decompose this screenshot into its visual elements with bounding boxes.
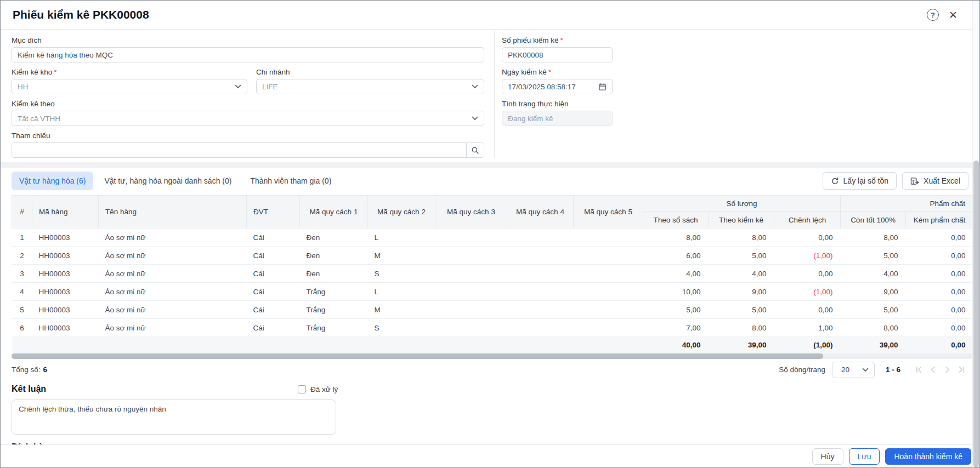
conclusion-textarea[interactable]: Chênh lệch thừa, thiếu chưa rõ nguyên nh… — [12, 399, 336, 435]
tab-items-outside-list[interactable]: Vật tư, hàng hóa ngoài danh sách (0) — [97, 172, 239, 190]
dialog-footer: Hủy Lưu Hoàn thành kiểm kê — [1, 444, 979, 467]
table-cell: 1 — [12, 229, 32, 247]
page-size-select[interactable]: 20 — [832, 362, 875, 378]
reload-stock-button[interactable]: Lấy lại số tồn — [823, 172, 897, 190]
last-page-icon[interactable] — [954, 363, 968, 377]
table-cell: (1,00) — [774, 283, 841, 301]
table-cell: 8,00 — [643, 229, 709, 247]
horizontal-scrollbar[interactable] — [12, 353, 973, 359]
table-cell: 0,00 — [906, 247, 973, 265]
form-section: Mục đích Kiểm kê hàng hóa theo MQC Kiểm … — [1, 30, 979, 162]
table-cell — [435, 301, 507, 319]
tab-items-list[interactable]: Vật tư hàng hóa (6) — [12, 172, 93, 190]
table-cell: 0,00 — [906, 283, 973, 301]
warehouse-select[interactable]: HH — [12, 79, 247, 94]
table-row[interactable]: 6HH00003Áo sơ mi nữCáiTrắngS7,008,001,00… — [12, 319, 973, 337]
search-icon — [471, 146, 479, 155]
horizontal-scrollbar-thumb[interactable] — [12, 353, 823, 359]
chevron-down-icon — [472, 84, 478, 89]
section-divider — [1, 162, 979, 168]
table-cell: 0,00 — [774, 265, 841, 283]
table-row[interactable]: 4HH00003Áo sơ mi nữCáiTrắngL10,009,00(1,… — [12, 283, 973, 301]
status-input: Đang kiểm kê — [502, 111, 613, 126]
table-cell — [300, 337, 368, 353]
first-page-icon[interactable] — [911, 363, 926, 377]
group-quantity: Số lượng — [643, 196, 841, 212]
table-cell — [435, 319, 507, 337]
table-cell: M — [368, 247, 435, 265]
col-spec-2: Mã quy cách 2 — [368, 196, 435, 229]
cancel-button[interactable]: Hủy — [812, 448, 843, 465]
table-cell: L — [368, 283, 435, 301]
table-row[interactable]: 2HH00003Áo sơ mi nữCáiĐenM6,005,00(1,00)… — [12, 247, 973, 265]
tab-participants[interactable]: Thành viên tham gia (0) — [242, 172, 339, 190]
col-counted-qty: Theo kiểm kê — [709, 212, 774, 229]
table-cell — [507, 337, 574, 353]
col-good-100: Còn tốt 100% — [841, 212, 906, 229]
table-cell: HH00003 — [32, 283, 99, 301]
table-cell: 4,00 — [709, 265, 774, 283]
previous-page-icon[interactable] — [926, 363, 940, 377]
vertical-scrollbar[interactable] — [972, 1, 979, 467]
check-by-select[interactable]: Tất cả VTHH — [12, 111, 484, 126]
close-icon[interactable]: ✕ — [949, 10, 958, 20]
complete-inventory-button[interactable]: Hoàn thành kiểm kê — [885, 448, 971, 465]
status-label: Tình trạng thực hiện — [502, 100, 968, 108]
table-cell: Cái — [247, 247, 300, 265]
table-cell: 4 — [12, 283, 32, 301]
refresh-icon — [831, 177, 839, 185]
vertical-scrollbar-thumb[interactable] — [973, 161, 979, 467]
purpose-input[interactable]: Kiểm kê hàng hóa theo MQC — [12, 47, 484, 62]
table-cell: 2 — [12, 247, 32, 265]
table-cell: Áo sơ mi nữ — [99, 283, 247, 301]
inventory-check-dialog: { "colors": { "accent": "#2a6ae4", "nega… — [0, 0, 980, 468]
table-cell: 8,00 — [841, 229, 906, 247]
required-asterisk: * — [54, 68, 56, 76]
reference-label: Tham chiếu — [12, 132, 484, 140]
next-page-icon[interactable] — [940, 363, 954, 377]
calendar-icon[interactable] — [598, 83, 607, 91]
branch-select[interactable]: LIFE — [256, 79, 484, 94]
table-cell: HH00003 — [32, 301, 99, 319]
table-cell: 9,00 — [841, 283, 906, 301]
table-cell: Đen — [300, 265, 368, 283]
processed-checkbox-label: Đã xử lý — [310, 385, 338, 393]
table-cell: (1,00) — [774, 247, 841, 265]
table-cell: 5,00 — [841, 247, 906, 265]
table-cell — [574, 229, 643, 247]
col-spec-1: Mã quy cách 1 — [300, 196, 368, 229]
col-difference: Chênh lệch — [774, 212, 841, 229]
table-row[interactable]: 3HH00003Áo sơ mi nữCáiĐenS4,004,000,004,… — [12, 265, 973, 283]
processed-checkbox[interactable] — [298, 385, 306, 393]
table-cell: 7,00 — [643, 319, 709, 337]
export-excel-button[interactable]: Xuất Excel — [902, 172, 968, 190]
table-cell: 6 — [12, 319, 32, 337]
table-footer: Tổng số: 6 Số dòng/trang 20 1 - 6 — [1, 359, 979, 381]
reference-input[interactable] — [12, 142, 467, 158]
help-icon[interactable]: ? — [927, 9, 939, 21]
table-cell — [574, 337, 643, 353]
chevron-down-icon — [235, 84, 241, 89]
required-asterisk: * — [560, 36, 563, 44]
chevron-down-icon — [472, 116, 478, 121]
table-cell: 0,00 — [906, 337, 973, 353]
page-title: Phiếu kiểm kê PKK00008 — [13, 8, 149, 21]
table-cell: 0,00 — [906, 265, 973, 283]
table-cell: 4,00 — [841, 265, 906, 283]
dialog-header: Phiếu kiểm kê PKK00008 ? ✕ — [1, 1, 979, 30]
table-cell: Áo sơ mi nữ — [99, 301, 247, 319]
table-row[interactable]: 5HH00003Áo sơ mi nữCáiTrắngM5,005,000,00… — [12, 301, 973, 319]
table-body: 1HH00003Áo sơ mi nữCáiĐenL8,008,000,008,… — [12, 229, 973, 353]
table-cell: 5 — [12, 301, 32, 319]
check-date-input[interactable]: 17/03/2025 08:58:17 — [502, 79, 613, 94]
page-range: 1 - 6 — [886, 366, 900, 374]
table-cell: L — [368, 229, 435, 247]
save-button[interactable]: Lưu — [849, 448, 880, 465]
doc-no-input[interactable]: PKK00008 — [502, 47, 613, 62]
table-cell — [99, 337, 247, 353]
table-cell — [574, 283, 643, 301]
table-cell: 0,00 — [906, 301, 973, 319]
table-row[interactable]: 1HH00003Áo sơ mi nữCáiĐenL8,008,000,008,… — [12, 229, 973, 247]
chevron-down-icon — [862, 368, 869, 372]
reference-search-button[interactable] — [467, 142, 484, 158]
